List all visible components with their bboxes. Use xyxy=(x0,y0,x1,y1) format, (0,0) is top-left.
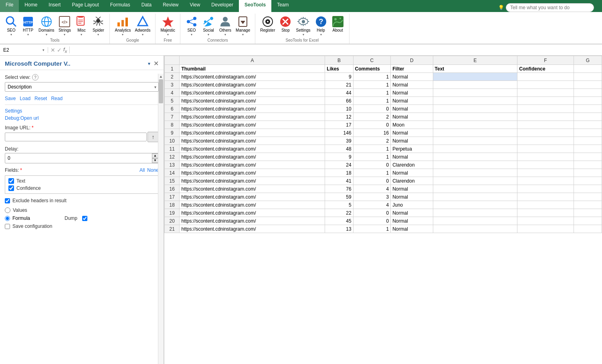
cell-g[interactable] xyxy=(574,193,602,201)
cell-text[interactable] xyxy=(433,81,517,89)
row-header[interactable]: 20 xyxy=(165,217,180,225)
ribbon-adwords-button[interactable]: Adwords ▾ xyxy=(133,14,152,37)
cell-url[interactable]: https://scontent.cdninstagram.com/ xyxy=(180,185,325,193)
cell-text[interactable] xyxy=(433,185,517,193)
field-text-label[interactable]: Text xyxy=(16,178,25,184)
cell-filter[interactable]: Perpetua xyxy=(391,145,433,153)
cell-comments[interactable]: 1 xyxy=(353,89,391,97)
cell-likes[interactable]: 5 xyxy=(325,201,353,209)
cell-confidence[interactable] xyxy=(517,193,574,201)
ribbon-social-button[interactable]: Social ▾ xyxy=(200,14,216,37)
ribbon-manage-button[interactable]: Manage ▾ xyxy=(234,14,252,37)
cell-confidence[interactable] xyxy=(517,89,574,97)
cell-text[interactable] xyxy=(433,121,517,129)
cell-url[interactable]: https://scontent.cdninstagram.com/ xyxy=(180,97,325,105)
tab-file[interactable]: File xyxy=(0,0,19,12)
cell-comments[interactable]: 4 xyxy=(353,185,391,193)
header-cell-g[interactable] xyxy=(574,65,602,73)
ribbon-majestic-button[interactable]: Majestic ▾ xyxy=(159,14,177,37)
cell-url[interactable]: https://scontent.cdninstagram.com/ xyxy=(180,81,325,89)
formula-label[interactable]: Formula xyxy=(12,215,30,221)
cell-comments[interactable]: 0 xyxy=(353,217,391,225)
select-view-help-icon[interactable]: ? xyxy=(32,74,38,80)
cell-text[interactable] xyxy=(433,169,517,177)
cell-g[interactable] xyxy=(574,105,602,113)
cell-reference-box[interactable]: E2 ▾ xyxy=(0,47,48,53)
delay-input[interactable] xyxy=(5,154,152,162)
cell-filter[interactable]: Normal xyxy=(391,129,433,137)
formula-input[interactable] xyxy=(70,47,602,53)
ribbon-spider-button[interactable]: Spider ▾ xyxy=(90,14,106,37)
cell-comments[interactable]: 1 xyxy=(353,81,391,89)
cell-text[interactable] xyxy=(433,137,517,145)
cell-url[interactable]: https://scontent.cdninstagram.com/ xyxy=(180,89,325,97)
col-header-a[interactable]: A xyxy=(180,56,325,65)
cell-confidence[interactable] xyxy=(517,97,574,105)
cell-likes[interactable]: 66 xyxy=(325,97,353,105)
tab-review[interactable]: Review xyxy=(157,0,184,12)
cell-filter[interactable]: Clarendon xyxy=(391,161,433,169)
cell-comments[interactable]: 4 xyxy=(353,201,391,209)
cell-url[interactable]: https://scontent.cdninstagram.com/ xyxy=(180,145,325,153)
cell-comments[interactable]: 0 xyxy=(353,209,391,217)
panel-scrollbar[interactable]: ▲ xyxy=(158,74,164,364)
all-fields-link[interactable]: All xyxy=(139,167,145,173)
cell-filter[interactable]: Normal xyxy=(391,81,433,89)
cell-g[interactable] xyxy=(574,129,602,137)
row-header[interactable]: 18 xyxy=(165,201,180,209)
cell-g[interactable] xyxy=(574,81,602,89)
tab-seotools[interactable]: SeoTools xyxy=(239,0,271,12)
cell-text[interactable] xyxy=(433,145,517,153)
cell-filter[interactable]: Normal xyxy=(391,153,433,161)
row-header[interactable]: 14 xyxy=(165,169,180,177)
cell-likes[interactable]: 24 xyxy=(325,161,353,169)
read-link[interactable]: Read xyxy=(51,96,63,101)
cell-g[interactable] xyxy=(574,161,602,169)
confirm-icon[interactable]: ✓ xyxy=(57,47,62,53)
image-url-select-button[interactable]: ↑ xyxy=(147,132,159,142)
save-link[interactable]: Save xyxy=(5,96,16,101)
ribbon-others-button[interactable]: Others ▾ xyxy=(217,14,233,37)
cell-filter[interactable]: Normal xyxy=(391,97,433,105)
header-cell-b[interactable]: Likes xyxy=(325,65,353,73)
col-header-g[interactable]: G xyxy=(574,56,602,65)
settings-link[interactable]: Settings xyxy=(5,108,159,114)
cell-g[interactable] xyxy=(574,121,602,129)
scrollbar-up-button[interactable]: ▲ xyxy=(158,74,164,79)
cell-comments[interactable]: 1 xyxy=(353,169,391,177)
cell-confidence[interactable] xyxy=(517,153,574,161)
cell-confidence[interactable] xyxy=(517,113,574,121)
cell-confidence[interactable] xyxy=(517,217,574,225)
cell-confidence[interactable] xyxy=(517,209,574,217)
cell-filter[interactable]: Normal xyxy=(391,137,433,145)
cell-g[interactable] xyxy=(574,177,602,185)
load-link[interactable]: Load xyxy=(20,96,30,101)
tab-developer[interactable]: Developer xyxy=(206,0,239,12)
reset-link[interactable]: Reset xyxy=(34,96,47,101)
cell-url[interactable]: https://scontent.cdninstagram.com/ xyxy=(180,161,325,169)
cell-filter[interactable]: Normal xyxy=(391,113,433,121)
cell-g[interactable] xyxy=(574,145,602,153)
cell-confidence[interactable] xyxy=(517,169,574,177)
exclude-headers-checkbox[interactable] xyxy=(5,198,10,203)
cell-comments[interactable]: 2 xyxy=(353,137,391,145)
panel-close-button[interactable]: ✕ xyxy=(154,60,159,67)
cell-g[interactable] xyxy=(574,73,602,81)
cell-likes[interactable]: 18 xyxy=(325,169,353,177)
cell-url[interactable]: https://scontent.cdninstagram.com/ xyxy=(180,201,325,209)
cell-confidence[interactable] xyxy=(517,161,574,169)
cell-confidence[interactable] xyxy=(517,137,574,145)
row-header[interactable]: 11 xyxy=(165,145,180,153)
tab-view[interactable]: View xyxy=(184,0,206,12)
panel-title-dropdown[interactable]: ▾ xyxy=(148,61,150,66)
tab-page-layout[interactable]: Page Layout xyxy=(66,0,104,12)
cell-comments[interactable]: 16 xyxy=(353,129,391,137)
ribbon-misc-button[interactable]: Misc ▾ xyxy=(73,14,89,37)
row-header[interactable]: 6 xyxy=(165,105,180,113)
cell-comments[interactable]: 1 xyxy=(353,225,391,233)
row-header[interactable]: 10 xyxy=(165,137,180,145)
ribbon-http-button[interactable]: HTTP HTTP ▾ xyxy=(20,14,36,37)
cell-comments[interactable]: 0 xyxy=(353,121,391,129)
cell-g[interactable] xyxy=(574,209,602,217)
debug-link[interactable]: Debug:Open url xyxy=(5,115,159,121)
